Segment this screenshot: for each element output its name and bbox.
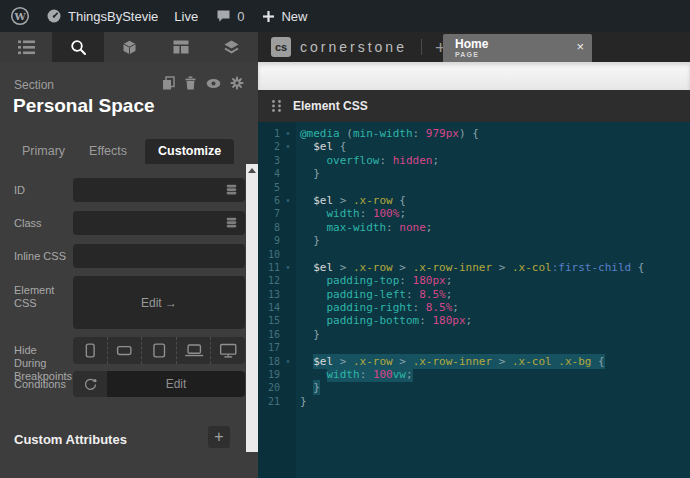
cornerstone-tab-bar: cs cornerstone + Home PAGE × bbox=[258, 32, 690, 62]
tab-title: Home bbox=[455, 37, 488, 51]
cornerstone-logo-badge: cs bbox=[271, 37, 291, 57]
search-icon bbox=[70, 39, 87, 56]
id-field[interactable] bbox=[73, 178, 245, 202]
laptop-icon bbox=[183, 341, 205, 360]
site-menu[interactable]: ThingsByStevie bbox=[46, 8, 158, 24]
code-text: } bbox=[300, 234, 320, 247]
code-line[interactable]: 10 bbox=[258, 248, 690, 261]
conditions-toggle-button[interactable] bbox=[73, 371, 107, 397]
breakpoint-laptop[interactable] bbox=[176, 337, 211, 364]
code-line[interactable]: 9 } bbox=[258, 234, 690, 247]
code-line[interactable]: 19 width: 100vw; bbox=[258, 368, 690, 381]
line-number: 7 bbox=[258, 207, 280, 220]
line-number: 14 bbox=[258, 301, 280, 314]
fold-gutter bbox=[280, 314, 296, 327]
tab-primary[interactable]: Primary bbox=[22, 144, 65, 164]
fold-arrow-icon[interactable]: ▾ bbox=[280, 127, 296, 140]
code-line[interactable]: 4 } bbox=[258, 167, 690, 180]
tab-effects[interactable]: Effects bbox=[89, 144, 127, 164]
code-line[interactable]: 14 padding-right: 8.5%; bbox=[258, 301, 690, 314]
tab-customize[interactable]: Customize bbox=[145, 139, 234, 164]
visibility-button[interactable] bbox=[206, 76, 221, 90]
code-line[interactable]: 5 bbox=[258, 181, 690, 194]
duplicate-button[interactable] bbox=[162, 76, 175, 90]
comment-count: 0 bbox=[237, 9, 244, 24]
code-line[interactable]: 2▾ $el { bbox=[258, 140, 690, 153]
inspector-tabs: Primary Effects Customize bbox=[0, 140, 258, 164]
code-text: $el > .x-row > .x-row-inner > .x-col .x-… bbox=[300, 355, 605, 368]
code-line[interactable]: 1▾@media (min-width: 979px) { bbox=[258, 127, 690, 140]
phone-landscape-icon bbox=[113, 341, 135, 360]
search-button[interactable] bbox=[52, 32, 104, 62]
code-line[interactable]: 6▾ $el > .x-row { bbox=[258, 194, 690, 207]
close-icon[interactable]: × bbox=[576, 39, 584, 54]
code-line[interactable]: 16 } bbox=[258, 328, 690, 341]
line-number: 15 bbox=[258, 314, 280, 327]
element-title: Personal Space bbox=[13, 95, 155, 117]
fold-gutter bbox=[280, 395, 296, 408]
comments-menu[interactable]: 0 bbox=[216, 9, 244, 24]
scroll-up-arrow-icon[interactable] bbox=[248, 168, 256, 173]
fold-gutter bbox=[280, 368, 296, 381]
code-line[interactable]: 20 } bbox=[258, 381, 690, 394]
code-text: } bbox=[300, 167, 320, 180]
inspector-scrollbar[interactable] bbox=[246, 164, 258, 452]
code-line[interactable]: 21} bbox=[258, 395, 690, 408]
outline-button[interactable] bbox=[0, 32, 52, 62]
dynamic-content-icon[interactable] bbox=[225, 216, 239, 230]
inline-css-field[interactable] bbox=[73, 244, 245, 268]
fold-gutter bbox=[280, 248, 296, 261]
fold-gutter bbox=[280, 288, 296, 301]
fold-arrow-icon[interactable]: ▾ bbox=[280, 194, 296, 207]
code-line[interactable]: 13 padding-left: 8.5%; bbox=[258, 288, 690, 301]
add-attribute-button[interactable]: + bbox=[208, 426, 230, 448]
code-line[interactable]: 8 max-width: none; bbox=[258, 221, 690, 234]
line-number: 10 bbox=[258, 248, 280, 261]
layers-button[interactable] bbox=[206, 32, 257, 62]
custom-attributes-heading: Custom Attributes bbox=[14, 432, 127, 447]
new-content-menu[interactable]: New bbox=[262, 9, 307, 24]
delete-button[interactable] bbox=[184, 76, 197, 90]
code-text: @media (min-width: 979px) { bbox=[300, 127, 479, 140]
tab-home[interactable]: Home PAGE × bbox=[443, 34, 592, 62]
element-type-label: Section bbox=[14, 78, 54, 92]
breakpoint-phone-landscape[interactable] bbox=[107, 337, 142, 364]
code-text: } bbox=[300, 328, 320, 341]
line-number: 18 bbox=[258, 355, 280, 368]
drag-handle-icon[interactable] bbox=[271, 99, 282, 113]
wordpress-logo-icon[interactable]: W bbox=[10, 6, 30, 26]
line-number: 9 bbox=[258, 234, 280, 247]
breakpoint-tablet[interactable] bbox=[141, 337, 176, 364]
code-line[interactable]: 17 bbox=[258, 341, 690, 354]
code-line[interactable]: 11▾ $el > .x-row > .x-row-inner > .x-col… bbox=[258, 261, 690, 274]
layout-icon bbox=[173, 40, 189, 54]
fold-gutter bbox=[280, 328, 296, 341]
breakpoint-toggle-group bbox=[73, 337, 245, 364]
breakpoint-phone-portrait[interactable] bbox=[73, 337, 107, 364]
code-line[interactable]: 7 width: 100%; bbox=[258, 207, 690, 220]
breakpoint-desktop[interactable] bbox=[210, 337, 245, 364]
line-number: 11 bbox=[258, 261, 280, 274]
cube-icon bbox=[121, 39, 138, 56]
class-field[interactable] bbox=[73, 211, 245, 235]
dynamic-content-icon[interactable] bbox=[225, 183, 239, 197]
templates-button[interactable] bbox=[155, 32, 206, 62]
line-number: 19 bbox=[258, 368, 280, 381]
conditions-edit-button[interactable]: Edit bbox=[107, 371, 245, 397]
element-css-panel: Element CSS 1▾@media (min-width: 979px) … bbox=[258, 90, 690, 478]
css-code-editor[interactable]: 1▾@media (min-width: 979px) {2▾ $el {3 o… bbox=[258, 122, 690, 478]
code-line[interactable]: 15 padding-bottom: 180px; bbox=[258, 314, 690, 327]
elements-button[interactable] bbox=[104, 32, 155, 62]
fold-gutter bbox=[280, 167, 296, 180]
fold-arrow-icon[interactable]: ▾ bbox=[280, 355, 296, 368]
live-link[interactable]: Live bbox=[174, 9, 198, 24]
code-line[interactable]: 3 overflow: hidden; bbox=[258, 154, 690, 167]
code-line[interactable]: 18▾ $el > .x-row > .x-row-inner > .x-col… bbox=[258, 355, 690, 368]
page-preview[interactable] bbox=[258, 62, 690, 90]
element-css-edit-button[interactable]: Edit → bbox=[73, 276, 245, 329]
fold-arrow-icon[interactable]: ▾ bbox=[280, 140, 296, 153]
fold-arrow-icon[interactable]: ▾ bbox=[280, 261, 296, 274]
code-line[interactable]: 12 padding-top: 180px; bbox=[258, 274, 690, 287]
divider bbox=[421, 39, 422, 55]
settings-button[interactable] bbox=[230, 76, 244, 90]
